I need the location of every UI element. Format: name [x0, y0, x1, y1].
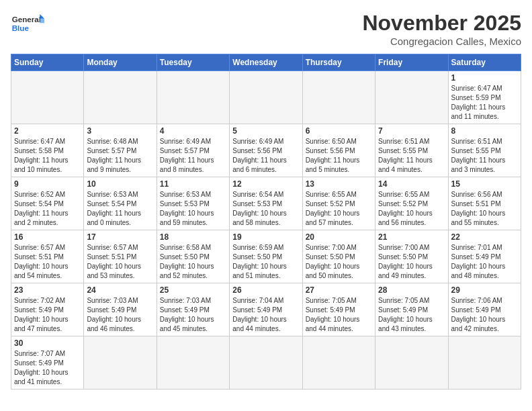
calendar-day-cell: 21Sunrise: 7:00 AM Sunset: 5:50 PM Dayli… [375, 230, 448, 283]
day-info: Sunrise: 6:57 AM Sunset: 5:51 PM Dayligh… [14, 243, 81, 281]
day-info: Sunrise: 6:58 AM Sunset: 5:50 PM Dayligh… [160, 243, 226, 281]
day-number: 14 [378, 179, 445, 189]
day-number: 7 [378, 126, 445, 136]
svg-text:General: General [12, 15, 41, 24]
day-number: 1 [451, 73, 518, 83]
day-info: Sunrise: 7:02 AM Sunset: 5:49 PM Dayligh… [14, 296, 81, 334]
day-number: 30 [14, 338, 81, 348]
calendar-day-cell: 11Sunrise: 6:53 AM Sunset: 5:53 PM Dayli… [157, 177, 229, 230]
day-number: 22 [451, 232, 518, 242]
weekday-header: Sunday [11, 54, 84, 71]
day-number: 29 [451, 285, 518, 295]
day-number: 6 [306, 126, 372, 136]
day-number: 16 [14, 232, 81, 242]
calendar-day-cell [448, 336, 521, 390]
calendar-day-cell: 27Sunrise: 7:05 AM Sunset: 5:49 PM Dayli… [302, 283, 375, 336]
day-info: Sunrise: 6:49 AM Sunset: 5:56 PM Dayligh… [232, 137, 299, 175]
logo-svg: General Blue [11, 11, 44, 38]
calendar-week-row: 2Sunrise: 6:47 AM Sunset: 5:58 PM Daylig… [11, 124, 521, 177]
day-number: 17 [87, 232, 153, 242]
calendar-day-cell [157, 336, 229, 390]
day-info: Sunrise: 7:00 AM Sunset: 5:50 PM Dayligh… [378, 243, 445, 281]
calendar-day-cell: 17Sunrise: 6:57 AM Sunset: 5:51 PM Dayli… [84, 230, 157, 283]
calendar-day-cell: 2Sunrise: 6:47 AM Sunset: 5:58 PM Daylig… [11, 124, 84, 177]
calendar-day-cell: 14Sunrise: 6:55 AM Sunset: 5:52 PM Dayli… [375, 177, 448, 230]
calendar-day-cell: 8Sunrise: 6:51 AM Sunset: 5:55 PM Daylig… [448, 124, 521, 177]
location: Congregacion Calles, Mexico [362, 36, 521, 47]
day-info: Sunrise: 7:03 AM Sunset: 5:49 PM Dayligh… [87, 296, 153, 334]
title-block: November 2025 Congregacion Calles, Mexic… [362, 11, 521, 47]
calendar-day-cell [302, 71, 375, 124]
calendar-day-cell [84, 336, 157, 390]
day-info: Sunrise: 6:59 AM Sunset: 5:50 PM Dayligh… [232, 243, 299, 281]
calendar-day-cell: 4Sunrise: 6:49 AM Sunset: 5:57 PM Daylig… [157, 124, 229, 177]
day-info: Sunrise: 6:52 AM Sunset: 5:54 PM Dayligh… [14, 190, 81, 228]
calendar-day-cell: 20Sunrise: 7:00 AM Sunset: 5:50 PM Dayli… [302, 230, 375, 283]
calendar-day-cell: 12Sunrise: 6:54 AM Sunset: 5:53 PM Dayli… [230, 177, 302, 230]
day-number: 5 [232, 126, 299, 136]
calendar-day-cell [11, 71, 84, 124]
calendar-day-cell [302, 336, 375, 390]
day-number: 4 [160, 126, 226, 136]
day-info: Sunrise: 7:04 AM Sunset: 5:49 PM Dayligh… [232, 296, 299, 334]
weekday-header: Thursday [302, 54, 375, 71]
calendar-day-cell [157, 71, 229, 124]
day-info: Sunrise: 6:50 AM Sunset: 5:56 PM Dayligh… [306, 137, 372, 175]
calendar-day-cell: 7Sunrise: 6:51 AM Sunset: 5:55 PM Daylig… [375, 124, 448, 177]
day-number: 15 [451, 179, 518, 189]
day-info: Sunrise: 6:53 AM Sunset: 5:53 PM Dayligh… [160, 190, 226, 228]
calendar-day-cell: 1Sunrise: 6:47 AM Sunset: 5:59 PM Daylig… [448, 71, 521, 124]
month-title: November 2025 [362, 11, 521, 36]
calendar-day-cell: 22Sunrise: 7:01 AM Sunset: 5:49 PM Dayli… [448, 230, 521, 283]
day-info: Sunrise: 6:53 AM Sunset: 5:54 PM Dayligh… [87, 190, 153, 228]
day-info: Sunrise: 7:06 AM Sunset: 5:49 PM Dayligh… [451, 296, 518, 334]
calendar-day-cell: 13Sunrise: 6:55 AM Sunset: 5:52 PM Dayli… [302, 177, 375, 230]
calendar-day-cell: 25Sunrise: 7:03 AM Sunset: 5:49 PM Dayli… [157, 283, 229, 336]
day-number: 19 [232, 232, 299, 242]
svg-rect-3 [40, 19, 44, 24]
calendar-day-cell: 10Sunrise: 6:53 AM Sunset: 5:54 PM Dayli… [84, 177, 157, 230]
calendar-week-row: 30Sunrise: 7:07 AM Sunset: 5:49 PM Dayli… [11, 336, 521, 390]
day-number: 23 [14, 285, 81, 295]
day-info: Sunrise: 6:47 AM Sunset: 5:58 PM Dayligh… [14, 137, 81, 175]
day-info: Sunrise: 6:57 AM Sunset: 5:51 PM Dayligh… [87, 243, 153, 281]
day-info: Sunrise: 6:54 AM Sunset: 5:53 PM Dayligh… [232, 190, 299, 228]
calendar-week-row: 9Sunrise: 6:52 AM Sunset: 5:54 PM Daylig… [11, 177, 521, 230]
calendar-week-row: 1Sunrise: 6:47 AM Sunset: 5:59 PM Daylig… [11, 71, 521, 124]
calendar-table: SundayMondayTuesdayWednesdayThursdayFrid… [11, 54, 521, 390]
calendar-day-cell: 29Sunrise: 7:06 AM Sunset: 5:49 PM Dayli… [448, 283, 521, 336]
calendar-day-cell: 18Sunrise: 6:58 AM Sunset: 5:50 PM Dayli… [157, 230, 229, 283]
day-info: Sunrise: 6:47 AM Sunset: 5:59 PM Dayligh… [451, 84, 518, 122]
calendar-day-cell: 3Sunrise: 6:48 AM Sunset: 5:57 PM Daylig… [84, 124, 157, 177]
calendar-day-cell [375, 336, 448, 390]
weekday-header: Tuesday [157, 54, 229, 71]
svg-marker-2 [40, 14, 44, 19]
day-number: 21 [378, 232, 445, 242]
weekday-header-row: SundayMondayTuesdayWednesdayThursdayFrid… [11, 54, 521, 71]
day-info: Sunrise: 7:05 AM Sunset: 5:49 PM Dayligh… [378, 296, 445, 334]
calendar-week-row: 16Sunrise: 6:57 AM Sunset: 5:51 PM Dayli… [11, 230, 521, 283]
calendar-day-cell [84, 71, 157, 124]
weekday-header: Wednesday [230, 54, 302, 71]
day-info: Sunrise: 6:56 AM Sunset: 5:51 PM Dayligh… [451, 190, 518, 228]
day-number: 28 [378, 285, 445, 295]
day-number: 3 [87, 126, 153, 136]
calendar-week-row: 23Sunrise: 7:02 AM Sunset: 5:49 PM Dayli… [11, 283, 521, 336]
day-number: 9 [14, 179, 81, 189]
page-header: General Blue November 2025 Congregacion … [11, 11, 521, 47]
calendar-day-cell: 24Sunrise: 7:03 AM Sunset: 5:49 PM Dayli… [84, 283, 157, 336]
day-info: Sunrise: 6:48 AM Sunset: 5:57 PM Dayligh… [87, 137, 153, 175]
day-number: 24 [87, 285, 153, 295]
calendar-day-cell: 30Sunrise: 7:07 AM Sunset: 5:49 PM Dayli… [11, 336, 84, 390]
calendar-day-cell [375, 71, 448, 124]
day-number: 25 [160, 285, 226, 295]
calendar-day-cell: 5Sunrise: 6:49 AM Sunset: 5:56 PM Daylig… [230, 124, 302, 177]
day-number: 11 [160, 179, 226, 189]
day-number: 2 [14, 126, 81, 136]
calendar-day-cell: 26Sunrise: 7:04 AM Sunset: 5:49 PM Dayli… [230, 283, 302, 336]
logo: General Blue [11, 11, 44, 38]
day-number: 27 [306, 285, 372, 295]
weekday-header: Saturday [448, 54, 521, 71]
day-info: Sunrise: 7:05 AM Sunset: 5:49 PM Dayligh… [306, 296, 372, 334]
weekday-header: Monday [84, 54, 157, 71]
